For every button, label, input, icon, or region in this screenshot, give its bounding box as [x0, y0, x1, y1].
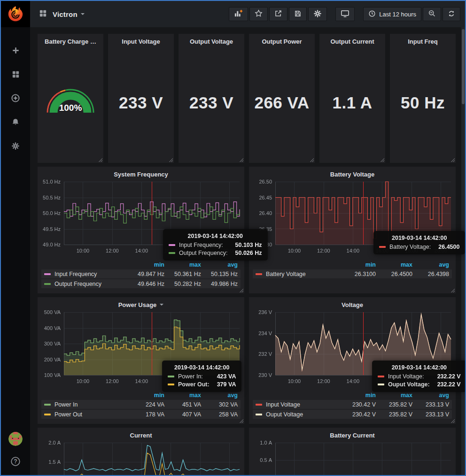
add-panel-button[interactable]: [229, 7, 248, 21]
panel-title[interactable]: Battery Charge …: [38, 34, 103, 46]
explore-compass-icon: [11, 93, 20, 105]
chart-canvas-battery-current[interactable]: [249, 440, 456, 476]
panel-title-current[interactable]: Current: [38, 428, 244, 440]
refresh-icon: [448, 10, 455, 19]
panel-resize-handle[interactable]: [98, 158, 102, 162]
panel-title-voltage[interactable]: Voltage: [249, 297, 456, 309]
star-dashboard-button[interactable]: [249, 7, 268, 21]
stat-value: 266 VA: [249, 93, 315, 112]
panel-resize-handle[interactable]: [450, 288, 455, 292]
search-minus-icon: [428, 9, 436, 19]
panel-title[interactable]: Input Voltage: [108, 34, 174, 46]
sidebar-item-create-new[interactable]: [8, 45, 23, 57]
legend-sort-max[interactable]: max: [164, 392, 201, 399]
sidebar-item-configuration[interactable]: [8, 141, 23, 153]
panel-resize-handle[interactable]: [450, 158, 455, 162]
legend-stat-value: 258 VA: [201, 411, 238, 418]
legend-sort-max[interactable]: max: [376, 392, 412, 399]
save-dashboard-button[interactable]: [289, 7, 307, 21]
legend-stat-value: 235.82 V: [376, 411, 412, 418]
graph-panel-battery-current: Battery Current: [249, 428, 456, 476]
legend-series-toggle[interactable]: Output Frequency49.646 Hz50.282 Hz49.986…: [41, 279, 241, 288]
save-icon: [294, 10, 302, 19]
legend-sort-avg[interactable]: avg: [201, 392, 238, 399]
panel-title-battery-voltage[interactable]: Battery Voltage: [249, 167, 456, 179]
tv-mode-button[interactable]: [335, 7, 355, 21]
breadcrumb[interactable]: Victron: [39, 9, 85, 20]
panel-resize-handle[interactable]: [310, 158, 314, 162]
graph-panel-current: Current: [38, 428, 244, 476]
legend-stat-value: 178 VA: [128, 411, 164, 418]
refresh-button[interactable]: [443, 7, 460, 21]
panel-resize-handle[interactable]: [239, 288, 243, 292]
legend-series-toggle[interactable]: Ouput Voltage230.42 V235.82 V233.13 V: [253, 410, 452, 419]
share-icon: [274, 9, 282, 19]
time-range-label: Last 12 hours: [379, 11, 416, 18]
graph-panel-battery-voltage: Battery VoltageminmaxavgBattery Voltage2…: [249, 167, 456, 293]
graph-panels-grid: System FrequencyminmaxavgInput Frequency…: [38, 167, 456, 476]
panel-title[interactable]: Input Freq: [390, 34, 456, 46]
legend-sort-avg[interactable]: avg: [412, 392, 449, 399]
legend-series-toggle[interactable]: Power Out178 VA407 VA258 VA: [41, 410, 241, 419]
alerting-bell-icon: [11, 118, 20, 128]
legend-series-toggle[interactable]: Power In224 VA451 VA302 VA: [41, 400, 241, 409]
tooltip-timestamp: 2019-03-14 14:42:00: [168, 364, 236, 371]
panel-title[interactable]: Output Voltage: [179, 34, 244, 46]
panel-menu-caret-icon[interactable]: [160, 304, 163, 307]
legend-sort-max[interactable]: max: [164, 261, 201, 268]
share-dashboard-button[interactable]: [269, 7, 287, 21]
chart-canvas-current[interactable]: [38, 440, 244, 476]
legend-stat-value: 230.42 V: [339, 401, 376, 408]
panel-title[interactable]: Output Power: [249, 34, 315, 46]
panel-resize-handle[interactable]: [169, 158, 173, 162]
panel-resize-handle[interactable]: [239, 158, 243, 162]
legend-sort-avg[interactable]: avg: [412, 261, 449, 268]
grafana-logo[interactable]: [1, 1, 30, 27]
time-range-picker[interactable]: Last 12 hours: [363, 7, 421, 21]
graph-tooltip-power-usage: 2019-03-14 14:42:00Power In:423 VAPower …: [162, 361, 241, 392]
help-circle-icon: ?: [10, 460, 21, 468]
sidebar-item-explore[interactable]: [8, 93, 23, 105]
dashboard-title[interactable]: Victron: [53, 10, 78, 18]
series-color-swatch: [169, 244, 175, 246]
legend-series-toggle[interactable]: Input Frequency49.847 Hz50.361 Hz50.135 …: [41, 269, 241, 278]
scrollbar-thumb[interactable]: [462, 29, 465, 104]
legend-sort-min[interactable]: min: [339, 261, 376, 268]
sidebar-item-user-profile[interactable]: [8, 432, 23, 446]
legend-series-toggle[interactable]: Input Voltage230.42 V235.82 V233.13 V: [253, 400, 452, 409]
legend-stat-value: 451 VA: [164, 401, 201, 408]
series-color-swatch: [168, 384, 174, 385]
legend-sort-max[interactable]: max: [376, 261, 412, 268]
panel-resize-handle[interactable]: [450, 419, 455, 423]
legend-battery-voltage: minmaxavgBattery Voltage26.310026.450026…: [249, 261, 456, 278]
battery-charge-gauge[interactable]: 100%: [41, 80, 100, 121]
sidebar-item-help[interactable]: ?: [10, 456, 21, 468]
legend-stat-value: 26.4500: [376, 271, 412, 277]
panel-title-power-usage[interactable]: Power Usage: [38, 297, 244, 309]
legend-header: minmaxavg: [41, 392, 241, 399]
sidebar-item-alerting[interactable]: [8, 117, 23, 129]
legend-sort-min[interactable]: min: [339, 392, 376, 399]
panel-title-battery-current[interactable]: Battery Current: [249, 428, 456, 440]
series-color-swatch: [44, 273, 51, 275]
legend-sort-avg[interactable]: avg: [201, 261, 238, 268]
legend-stat-value: 50.361 Hz: [164, 271, 201, 277]
dashboard-settings-button[interactable]: [308, 7, 327, 21]
panel-resize-handle[interactable]: [380, 158, 384, 162]
zoom-out-button[interactable]: [423, 7, 441, 21]
tooltip-series-row: Ouput Voltage:232.22 V: [378, 381, 461, 388]
legend-series-toggle[interactable]: Battery Voltage26.310026.450026.4398: [253, 269, 452, 278]
legend-sort-min[interactable]: min: [128, 261, 164, 268]
legend-header: minmaxavg: [253, 261, 452, 269]
series-color-swatch: [168, 376, 174, 377]
series-color-swatch: [44, 414, 51, 415]
legend-sort-min[interactable]: min: [128, 392, 164, 399]
panel-title[interactable]: Output Current: [319, 34, 385, 46]
panel-title-system-frequency[interactable]: System Frequency: [38, 167, 244, 179]
legend-stat-value: 50.282 Hz: [164, 281, 201, 287]
plus-icon: [11, 46, 20, 57]
panel-resize-handle[interactable]: [239, 419, 243, 423]
series-color-swatch: [378, 376, 384, 377]
gauge-value: 100%: [59, 103, 82, 113]
sidebar-item-dashboards[interactable]: [8, 69, 23, 81]
